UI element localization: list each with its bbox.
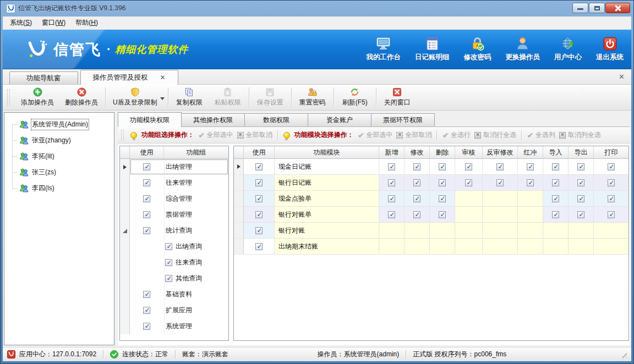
minimize-button[interactable] <box>572 3 588 13</box>
resize-grip[interactable] <box>620 351 627 358</box>
perm-checkbox[interactable] <box>552 163 559 170</box>
group-use-checkbox[interactable] <box>143 179 150 186</box>
toolbar-button-3[interactable]: U盾及登录限制 <box>107 86 166 109</box>
operator-item-3[interactable]: 李拓(lit) <box>4 148 114 164</box>
perm-tab-1[interactable]: 功能模块权限 <box>118 112 182 127</box>
perm-checkbox[interactable] <box>388 195 395 202</box>
toolbar-button-7[interactable]: 重置密码 <box>293 86 332 109</box>
menu-item-h[interactable]: 帮助(H) <box>70 16 103 29</box>
cancel-cols-button[interactable]: ✕取消列全选 <box>559 130 601 140</box>
group-use-checkbox[interactable] <box>143 195 150 202</box>
perm-checkbox[interactable] <box>439 211 446 218</box>
module-row[interactable]: 现金日记账 <box>234 159 628 175</box>
module-use-checkbox[interactable] <box>255 243 263 250</box>
operator-item-2[interactable]: 张亚(zhangy) <box>4 133 114 148</box>
banner-action-3[interactable]: 修改密码 <box>464 36 491 62</box>
perm-checkbox[interactable] <box>439 195 446 202</box>
perm-checkbox[interactable] <box>608 179 615 186</box>
group-row[interactable]: 出纳查询 <box>120 239 228 255</box>
group-use-checkbox[interactable] <box>165 259 172 266</box>
doc-tab-1[interactable]: 功能导航窗 <box>9 71 78 84</box>
module-row[interactable]: 银行日记账 <box>234 175 628 191</box>
toolbar-button-2[interactable]: 删除操作员 <box>59 86 103 109</box>
toolbar-button-4[interactable]: 复制权限 <box>170 86 209 109</box>
module-row[interactable]: 现金点验单 <box>234 191 628 207</box>
perm-checkbox[interactable] <box>608 211 615 218</box>
group-row[interactable]: 出纳管理 <box>120 159 228 175</box>
group-row[interactable]: 往来查询 <box>120 255 228 271</box>
perm-checkbox[interactable] <box>496 179 504 186</box>
group-use-checkbox[interactable] <box>143 323 150 330</box>
module-use-checkbox[interactable] <box>255 211 263 218</box>
perm-checkbox[interactable] <box>413 163 420 170</box>
maximize-button[interactable] <box>589 3 605 13</box>
group-use-checkbox[interactable] <box>165 243 172 250</box>
perm-checkbox[interactable] <box>465 179 472 186</box>
group-row[interactable]: 扩展应用 <box>120 302 228 318</box>
perm-checkbox[interactable] <box>465 163 472 170</box>
menu-item-s[interactable]: 系统(S) <box>5 16 37 29</box>
group-row[interactable]: 系统管理 <box>120 318 228 334</box>
perm-checkbox[interactable] <box>413 195 420 202</box>
perm-checkbox[interactable] <box>496 163 504 170</box>
select-cols-button[interactable]: ✔全选列 <box>527 130 555 140</box>
module-use-checkbox[interactable] <box>255 179 263 186</box>
perm-checkbox[interactable] <box>413 179 420 186</box>
close-button[interactable] <box>605 3 630 13</box>
module-use-checkbox[interactable] <box>255 227 263 234</box>
module-cancel-all-button[interactable]: ✕全部取消 <box>396 130 431 140</box>
perm-tab-5[interactable]: 票据环节权限 <box>371 113 435 126</box>
perm-checkbox[interactable] <box>552 211 559 218</box>
operator-item-4[interactable]: 张三(zs) <box>4 164 114 180</box>
group-use-checkbox[interactable] <box>143 307 150 314</box>
group-use-checkbox[interactable] <box>143 211 150 218</box>
group-use-checkbox[interactable] <box>143 291 150 298</box>
perm-checkbox[interactable] <box>577 211 584 218</box>
toolbar-button-9[interactable]: 关闭窗口 <box>378 86 417 109</box>
group-row[interactable]: 统计查询 <box>120 223 228 239</box>
perm-checkbox[interactable] <box>527 163 534 170</box>
group-row[interactable]: 其他查询 <box>120 271 228 286</box>
perm-checkbox[interactable] <box>577 195 584 202</box>
toolbar-button-1[interactable]: 添加操作员 <box>15 86 59 109</box>
group-use-checkbox[interactable] <box>143 227 150 234</box>
perm-tab-4[interactable]: 资金账户 <box>308 113 371 126</box>
group-row[interactable]: 往来管理 <box>120 175 228 191</box>
banner-action-6[interactable]: 退出系统 <box>596 36 624 62</box>
cancel-rows-button[interactable]: ✕取消行全选 <box>474 130 516 140</box>
module-use-checkbox[interactable] <box>255 163 263 170</box>
operator-item-5[interactable]: 李四(ls) <box>4 180 114 196</box>
perm-tab-3[interactable]: 数据权限 <box>244 113 308 126</box>
group-row[interactable]: 票据管理 <box>120 207 228 223</box>
perm-checkbox[interactable] <box>388 211 395 218</box>
doc-tab-2[interactable]: 操作员管理及授权✕ <box>80 70 178 85</box>
perm-checkbox[interactable] <box>552 179 559 186</box>
module-row[interactable]: 出纳期末结账 <box>234 239 628 255</box>
operator-item-1[interactable]: 系统管理员(Admin) <box>4 117 114 133</box>
perm-tab-2[interactable]: 其他操作权限 <box>181 113 245 126</box>
perm-checkbox[interactable] <box>388 179 395 186</box>
select-rows-button[interactable]: ✔全选行 <box>442 130 471 140</box>
banner-action-5[interactable]: 用户中心 <box>554 36 582 62</box>
group-cancel-all-button[interactable]: ✕全部取消 <box>237 130 272 140</box>
perm-checkbox[interactable] <box>577 163 584 170</box>
perm-checkbox[interactable] <box>413 211 420 218</box>
menu-item-w[interactable]: 窗口(W) <box>37 16 70 29</box>
group-use-checkbox[interactable] <box>165 275 172 282</box>
group-use-checkbox[interactable] <box>143 163 150 170</box>
group-row[interactable]: 综合管理 <box>120 191 228 207</box>
module-row[interactable]: 银行对账单 <box>234 207 628 223</box>
banner-action-1[interactable]: 我的工作台 <box>367 36 401 62</box>
module-row[interactable]: 银行对账 <box>234 223 628 239</box>
tab-close-icon[interactable]: ✕ <box>160 74 166 81</box>
perm-checkbox[interactable] <box>552 195 559 202</box>
perm-checkbox[interactable] <box>608 163 615 170</box>
tabstrip-close-icon[interactable]: ✕ <box>619 73 625 81</box>
perm-checkbox[interactable] <box>608 195 615 202</box>
toolbar-button-8[interactable]: 刷新(F5) <box>336 86 374 109</box>
perm-checkbox[interactable] <box>439 179 446 186</box>
module-use-checkbox[interactable] <box>255 195 263 202</box>
perm-checkbox[interactable] <box>439 163 446 170</box>
banner-action-2[interactable]: 日记账明细 <box>415 36 450 62</box>
perm-checkbox[interactable] <box>388 163 395 170</box>
